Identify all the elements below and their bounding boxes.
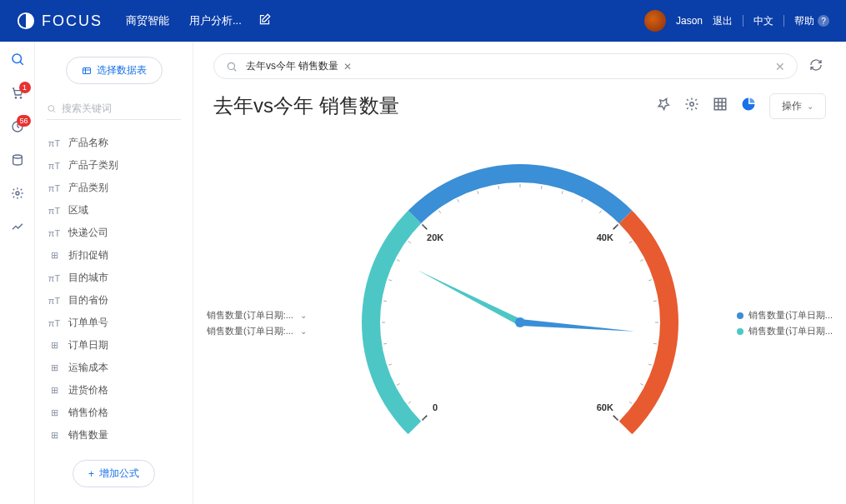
add-formula-button[interactable]: + 增加公式 xyxy=(73,460,155,487)
svg-line-36 xyxy=(541,186,542,189)
svg-point-9 xyxy=(228,62,234,69)
field-item[interactable]: πT产品子类别 xyxy=(47,154,181,177)
field-list: πT产品名称πT产品子类别πT产品类别πT区域πT快递公司⊞折扣促销πT目的城市… xyxy=(47,132,181,450)
svg-line-23 xyxy=(388,364,392,365)
rail-alert-icon[interactable]: 56 xyxy=(11,120,24,133)
field-type-icon: ⊞ xyxy=(48,385,60,396)
edit-icon[interactable] xyxy=(258,13,271,29)
rail-chart-icon[interactable] xyxy=(11,220,24,233)
pie-icon xyxy=(741,97,756,112)
field-type-icon: πT xyxy=(48,161,60,171)
query-chip: 去年vs今年 销售数量 ✕ xyxy=(246,59,352,73)
field-item[interactable]: ⊞进货价格 xyxy=(47,379,181,402)
page-title: 去年vs今年 销售数量 xyxy=(213,92,399,119)
settings-button[interactable] xyxy=(684,97,699,115)
left-rail: 1 56 xyxy=(0,42,35,504)
field-item[interactable]: πT目的省份 xyxy=(47,289,181,312)
clear-query-icon[interactable]: ✕ xyxy=(775,60,785,73)
field-label: 目的省份 xyxy=(68,293,108,307)
field-item[interactable]: ⊞折扣促销 xyxy=(47,244,181,267)
svg-line-48 xyxy=(640,383,643,385)
field-item[interactable]: πT产品类别 xyxy=(47,177,181,199)
field-item[interactable]: πT产品名称 xyxy=(47,132,181,154)
legend-dot xyxy=(737,328,743,335)
nav-item-bi[interactable]: 商贸智能 xyxy=(126,13,169,28)
field-item[interactable]: ⊞订单日期 xyxy=(47,334,181,357)
table-icon xyxy=(82,66,92,76)
nav-item-user-analysis[interactable]: 用户分析... xyxy=(189,13,242,28)
avatar[interactable] xyxy=(644,10,666,32)
field-item[interactable]: πT目的城市 xyxy=(47,267,181,289)
help-icon: ? xyxy=(818,15,829,27)
rail-db-icon[interactable] xyxy=(11,153,24,167)
query-bar: 去年vs今年 销售数量 ✕ ✕ xyxy=(193,42,846,79)
chip-remove-icon[interactable]: ✕ xyxy=(343,61,352,72)
field-search[interactable] xyxy=(47,102,181,120)
svg-line-28 xyxy=(397,259,400,261)
field-item[interactable]: πT快递公司 xyxy=(47,222,181,244)
divider xyxy=(783,15,784,27)
field-type-icon: πT xyxy=(48,183,60,193)
field-item[interactable]: ⊞销售数量 xyxy=(47,424,181,447)
series-row[interactable]: 销售数量(订单日期:...⌄ xyxy=(207,323,307,339)
svg-text:60K: 60K xyxy=(596,402,613,412)
field-label: 折扣促销 xyxy=(68,248,108,262)
field-search-input[interactable] xyxy=(62,102,181,114)
operations-button[interactable]: 操作 ⌄ xyxy=(769,93,826,119)
refresh-button[interactable] xyxy=(806,55,826,78)
field-label: 订单单号 xyxy=(68,316,108,330)
select-table-button[interactable]: 选择数据表 xyxy=(66,57,163,84)
add-formula-label: 增加公式 xyxy=(99,467,139,481)
field-label: 订单日期 xyxy=(68,338,108,352)
rail-search-icon[interactable] xyxy=(10,52,25,67)
logo-text: FOCUS xyxy=(42,12,103,30)
lang-link[interactable]: 中文 xyxy=(753,14,773,28)
svg-line-49 xyxy=(629,402,632,403)
pin-button[interactable] xyxy=(656,97,671,115)
user-name[interactable]: Jason xyxy=(676,15,703,27)
table-view-button[interactable] xyxy=(713,97,728,115)
legend-dot xyxy=(737,312,743,319)
field-item[interactable]: ⊞销售价格 xyxy=(47,402,181,424)
grid-icon xyxy=(713,97,728,112)
svg-line-47 xyxy=(648,364,652,365)
rail-gear-icon[interactable] xyxy=(11,187,24,200)
field-item[interactable]: ⊞运输成本 xyxy=(47,357,181,379)
field-label: 目的城市 xyxy=(68,271,108,285)
field-label: 产品名称 xyxy=(68,136,108,150)
field-label: 区域 xyxy=(68,203,88,217)
svg-point-10 xyxy=(690,102,694,107)
svg-line-33 xyxy=(477,191,478,194)
svg-line-37 xyxy=(562,191,563,194)
main-panel: 去年vs今年 销售数量 ✕ ✕ 去年vs今年 销售数量 操作 ⌄ xyxy=(193,42,846,504)
svg-line-26 xyxy=(383,301,387,302)
select-table-label: 选择数据表 xyxy=(97,63,147,77)
field-label: 销售数量 xyxy=(68,428,108,442)
field-item[interactable]: ⊞销售金额 xyxy=(47,447,181,450)
query-input-pill[interactable]: 去年vs今年 销售数量 ✕ ✕ xyxy=(213,53,798,79)
svg-point-3 xyxy=(20,97,21,98)
chart-view-button[interactable] xyxy=(741,97,756,115)
svg-line-24 xyxy=(383,343,387,344)
series-row[interactable]: 销售数量(订单日期:...⌄ xyxy=(207,307,307,323)
svg-line-29 xyxy=(408,241,410,242)
rail-cart-icon[interactable]: 1 xyxy=(11,87,24,100)
field-item[interactable]: πT区域 xyxy=(47,199,181,222)
svg-point-8 xyxy=(48,105,54,111)
search-icon xyxy=(226,61,238,72)
query-input[interactable] xyxy=(360,61,767,72)
field-type-icon: ⊞ xyxy=(48,250,60,261)
chevron-down-icon: ⌄ xyxy=(300,327,307,336)
svg-text:40K: 40K xyxy=(596,232,613,242)
svg-line-43 xyxy=(648,279,652,280)
refresh-icon xyxy=(809,58,823,72)
legend-label: 销售数量(订单日期... xyxy=(748,325,833,337)
svg-rect-7 xyxy=(83,67,90,73)
field-label: 运输成本 xyxy=(68,361,108,375)
svg-line-22 xyxy=(397,383,400,385)
logout-link[interactable]: 退出 xyxy=(713,14,733,28)
help-link[interactable]: 帮助? xyxy=(794,14,829,28)
field-label: 快递公司 xyxy=(68,226,108,240)
svg-line-21 xyxy=(408,402,410,403)
field-item[interactable]: πT订单单号 xyxy=(47,312,181,334)
